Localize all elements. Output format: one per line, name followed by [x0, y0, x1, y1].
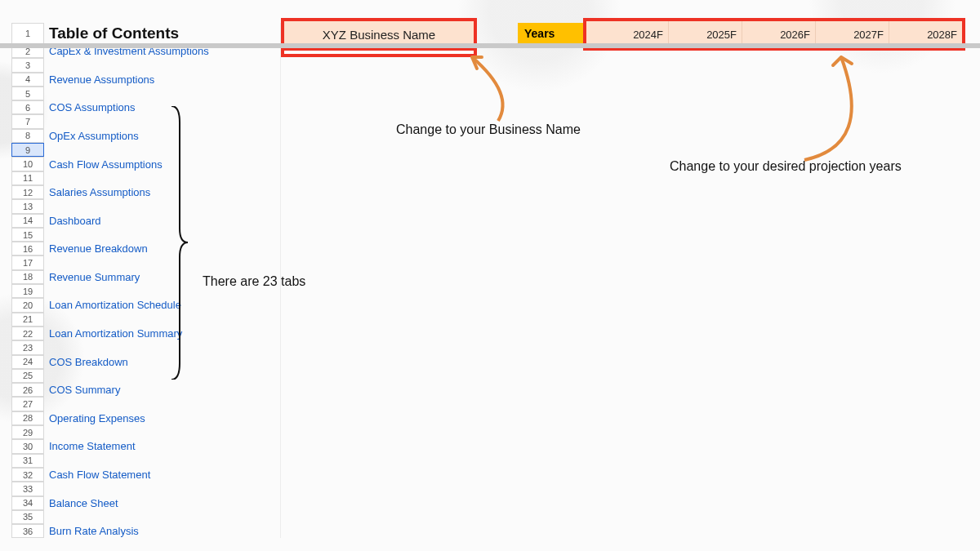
- toc-cell: [44, 369, 281, 383]
- toc-cell: Dashboard: [44, 214, 281, 228]
- toc-cell: Revenue Breakdown: [44, 242, 281, 256]
- row-number[interactable]: 8: [11, 129, 44, 143]
- row-number[interactable]: 14: [11, 214, 44, 228]
- toc-link[interactable]: Salaries Assumptions: [49, 186, 150, 198]
- toc-link[interactable]: Operating Expenses: [49, 412, 145, 424]
- row-number[interactable]: 9: [11, 143, 44, 157]
- table-row: 16Revenue Breakdown: [11, 242, 980, 256]
- toc-cell: Salaries Assumptions: [44, 185, 281, 199]
- row-number[interactable]: 16: [11, 242, 44, 256]
- table-row: 31: [11, 454, 980, 468]
- toc-cell: [44, 114, 281, 128]
- row-number[interactable]: 35: [11, 510, 44, 524]
- toc-link[interactable]: Revenue Assumptions: [49, 73, 154, 86]
- toc-cell: [44, 171, 281, 185]
- table-row: 26COS Summary: [11, 383, 980, 397]
- row-number[interactable]: 13: [11, 199, 44, 213]
- table-row: 20Loan Amortization Schedule: [11, 298, 980, 312]
- toc-cell: [44, 482, 281, 495]
- table-row: 32Cash Flow Statement: [11, 468, 980, 482]
- row-number[interactable]: 7: [11, 114, 44, 128]
- row-number[interactable]: 26: [11, 383, 44, 397]
- row-number[interactable]: 24: [11, 355, 44, 369]
- toc-cell: [44, 510, 281, 524]
- toc-cell: [44, 313, 281, 327]
- row-number[interactable]: 23: [11, 340, 44, 354]
- row-number[interactable]: 36: [11, 524, 44, 538]
- row-number[interactable]: 4: [11, 73, 44, 87]
- row-number[interactable]: 25: [11, 369, 44, 383]
- row-number[interactable]: 29: [11, 425, 44, 439]
- toc-cell: COS Summary: [44, 383, 281, 397]
- table-row: 23: [11, 340, 980, 354]
- toc-link[interactable]: Loan Amortization Summary: [49, 327, 182, 340]
- toc-link[interactable]: Income Statement: [49, 440, 136, 452]
- toc-cell: [44, 58, 281, 72]
- toc-link[interactable]: Revenue Summary: [49, 271, 140, 283]
- row-number[interactable]: 15: [11, 228, 44, 242]
- row-number[interactable]: 5: [11, 87, 44, 100]
- toc-link[interactable]: Dashboard: [49, 215, 101, 227]
- row-number[interactable]: 20: [11, 298, 44, 312]
- table-row: 17: [11, 256, 980, 269]
- toc-cell: Balance Sheet: [44, 496, 281, 510]
- years-label: Years: [518, 23, 583, 44]
- row-number[interactable]: 1: [11, 23, 44, 44]
- row-number[interactable]: 28: [11, 411, 44, 425]
- toc-cell: [44, 397, 281, 411]
- toc-link[interactable]: OpEx Assumptions: [49, 130, 139, 142]
- toc-link[interactable]: Cash Flow Assumptions: [49, 158, 163, 171]
- row-number[interactable]: 33: [11, 482, 44, 495]
- toc-cell: COS Assumptions: [44, 100, 281, 114]
- toc-link[interactable]: Revenue Breakdown: [49, 242, 148, 255]
- toc-link[interactable]: Burn Rate Analysis: [49, 525, 139, 537]
- row-number[interactable]: 22: [11, 327, 44, 340]
- row-number[interactable]: 19: [11, 284, 44, 298]
- table-row: 25: [11, 369, 980, 383]
- row-number[interactable]: 18: [11, 270, 44, 284]
- row-number[interactable]: 17: [11, 256, 44, 269]
- toc-cell: Cash Flow Statement: [44, 468, 281, 482]
- toc-cell: [44, 143, 281, 157]
- toc-link[interactable]: Loan Amortization Schedule: [49, 299, 181, 311]
- annotation-tabs: There are 23 tabs: [203, 274, 305, 289]
- row-number[interactable]: 34: [11, 496, 44, 510]
- toc-cell: [44, 228, 281, 242]
- toc-cell: COS Breakdown: [44, 355, 281, 369]
- toc-cell: Cash Flow Assumptions: [44, 157, 281, 171]
- table-row: 30Income Statement: [11, 439, 980, 453]
- toc-link[interactable]: COS Assumptions: [49, 101, 136, 113]
- row-number[interactable]: 27: [11, 397, 44, 411]
- toc-cell: Loan Amortization Schedule: [44, 298, 281, 312]
- toc-cell: [44, 425, 281, 439]
- row-number[interactable]: 3: [11, 58, 44, 72]
- table-row: 19: [11, 284, 980, 298]
- row-number[interactable]: 30: [11, 439, 44, 453]
- row-number[interactable]: 21: [11, 313, 44, 327]
- toc-cell: Loan Amortization Summary: [44, 327, 281, 340]
- table-row: 18Revenue Summary: [11, 270, 980, 284]
- table-row: 22Loan Amortization Summary: [11, 327, 980, 340]
- arrow-icon: [457, 49, 523, 122]
- table-row: 14Dashboard: [11, 214, 980, 228]
- toc-cell: Operating Expenses: [44, 411, 281, 425]
- row-number[interactable]: 6: [11, 100, 44, 114]
- table-row: 27: [11, 397, 980, 411]
- row-number[interactable]: 32: [11, 468, 44, 482]
- toc-link[interactable]: Cash Flow Statement: [49, 469, 150, 481]
- table-row: 12Salaries Assumptions: [11, 185, 980, 199]
- table-row: 24COS Breakdown: [11, 355, 980, 369]
- row-number[interactable]: 31: [11, 454, 44, 468]
- toc-cell: OpEx Assumptions: [44, 129, 281, 143]
- table-row: 34Balance Sheet: [11, 496, 980, 510]
- page-title: Table of Contents: [44, 23, 281, 44]
- table-row: 28Operating Expenses: [11, 411, 980, 425]
- row-number[interactable]: 10: [11, 157, 44, 171]
- row-number[interactable]: 11: [11, 171, 44, 185]
- arrow-icon: [788, 47, 878, 162]
- toc-link[interactable]: Balance Sheet: [49, 497, 118, 509]
- brace-icon: [170, 106, 188, 380]
- toc-link[interactable]: COS Breakdown: [49, 356, 128, 368]
- toc-link[interactable]: COS Summary: [49, 384, 120, 396]
- row-number[interactable]: 12: [11, 185, 44, 199]
